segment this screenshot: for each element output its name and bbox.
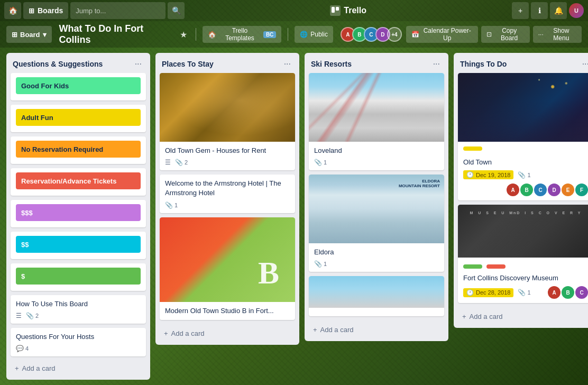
jump-input[interactable] bbox=[70, 2, 166, 19]
card-how-to-use[interactable]: How To Use This Board ☰ 📎 2 bbox=[11, 295, 146, 324]
card-good-for-kids[interactable]: Good For Kids bbox=[11, 73, 146, 100]
calendar-icon: 📅 bbox=[411, 31, 419, 38]
card-footer-questions-hosts: 💬 4 bbox=[16, 345, 141, 352]
clock-icon-museum: 🕐 bbox=[466, 289, 474, 296]
label-no-reservation: No Reservation Required bbox=[16, 141, 141, 158]
trello-logo: Trello bbox=[187, 5, 510, 16]
card-no-reservation[interactable]: No Reservation Required bbox=[11, 136, 146, 164]
show-menu-button[interactable]: ··· Show Menu bbox=[533, 26, 582, 43]
list-menu-button-places[interactable]: ··· bbox=[282, 58, 293, 70]
home-button[interactable]: 🏠 bbox=[4, 2, 21, 19]
add-card-button-places[interactable]: + Add a card bbox=[160, 326, 295, 341]
due-date-text: Dec 19, 2018 bbox=[476, 172, 510, 178]
card-member-2: B bbox=[520, 184, 533, 196]
label-dollar3: $$$ bbox=[16, 204, 141, 221]
due-date-old-town: 🕐 Dec 19, 2018 bbox=[463, 170, 513, 179]
badge-attachment-museum: 📎 1 bbox=[518, 289, 530, 296]
attachment-count-ot: 1 bbox=[527, 172, 530, 178]
show-menu-label: Show Menu bbox=[546, 27, 576, 42]
add-button[interactable]: + bbox=[512, 2, 529, 19]
checklist-icon: ☰ bbox=[16, 312, 22, 319]
menu-dots-icon: ··· bbox=[538, 31, 544, 38]
list-cards-places: Old Town Gem - Houses for Rent ☰ 📎 2 Wel… bbox=[155, 73, 299, 324]
attachment-count-museum: 1 bbox=[527, 289, 530, 296]
template-label: Trello Templates bbox=[219, 27, 261, 42]
attachment-icon-loveland: 📎 bbox=[314, 159, 322, 166]
badge-attachment-how-to-use: 📎 2 bbox=[26, 312, 39, 319]
copy-board-label: Copy Board bbox=[494, 27, 525, 42]
card-eldora[interactable]: Eldora 📎 1 bbox=[309, 175, 444, 272]
card-footer-loveland: 📎 1 bbox=[314, 159, 439, 166]
comment-icon: 💬 bbox=[16, 345, 24, 352]
search-button[interactable]: 🔍 bbox=[168, 2, 185, 19]
card-image-loveland bbox=[309, 73, 444, 142]
list-header-questions: Questions & Suggestions ··· bbox=[6, 53, 150, 73]
add-card-button-things[interactable]: + Add a card bbox=[458, 309, 588, 324]
list-cards-questions: Good For Kids Adult Fun No Reservation R… bbox=[6, 73, 150, 359]
list-menu-button-questions[interactable]: ··· bbox=[133, 58, 144, 70]
card-ski-3[interactable] bbox=[309, 276, 444, 316]
svg-rect-1 bbox=[332, 7, 335, 13]
label-red-strip-museum bbox=[486, 264, 506, 269]
label-green-strip-museum bbox=[463, 264, 482, 269]
copy-icon: ⊡ bbox=[486, 31, 492, 38]
calendar-power-up-button[interactable]: 📅 Calendar Power-Up bbox=[406, 26, 478, 43]
card-loveland[interactable]: Loveland 📎 1 bbox=[309, 73, 444, 170]
nav-right: + ℹ 🔔 U bbox=[512, 2, 584, 19]
card-image-ski-3 bbox=[309, 276, 444, 308]
add-card-button-ski[interactable]: + Add a card bbox=[309, 323, 444, 337]
visibility-button[interactable]: 🌐 Public bbox=[295, 26, 333, 43]
list-menu-button-things[interactable]: ··· bbox=[580, 58, 588, 70]
card-image-modern-old-town bbox=[160, 217, 295, 302]
card-title-loveland: Loveland bbox=[314, 146, 439, 155]
attachment-count: 2 bbox=[35, 313, 39, 319]
notification-button[interactable]: 🔔 bbox=[550, 2, 567, 19]
card-footer-old-town-gem: ☰ 📎 2 bbox=[165, 159, 290, 166]
card-member-m1: A bbox=[548, 286, 561, 299]
card-dollar3[interactable]: $$$ bbox=[11, 200, 146, 227]
list-footer-things: + Add a card bbox=[454, 307, 588, 328]
list-menu-button-ski[interactable]: ··· bbox=[431, 58, 442, 70]
copy-board-button[interactable]: ⊡ Copy Board bbox=[481, 26, 530, 43]
add-card-label-things: Add a card bbox=[470, 313, 503, 320]
card-dollar1[interactable]: $ bbox=[11, 263, 146, 291]
boards-button[interactable]: ⊞ Boards bbox=[23, 2, 68, 19]
badge-attachment-eldora: 📎 1 bbox=[314, 260, 327, 268]
template-button[interactable]: 🏠 Trello Templates BC bbox=[203, 26, 281, 43]
card-questions-hosts[interactable]: Questions For Your Hosts 💬 4 bbox=[11, 328, 146, 356]
user-avatar[interactable]: U bbox=[569, 3, 584, 18]
card-title-how-to-use: How To Use This Board bbox=[16, 299, 141, 309]
card-image-old-town-gem bbox=[160, 73, 295, 142]
badge-comment-hosts: 💬 4 bbox=[16, 345, 29, 352]
badge-checklist-gem: ☰ bbox=[165, 159, 171, 166]
card-modern-old-town[interactable]: Modern Old Town Studio B in Fort... bbox=[160, 217, 295, 320]
card-old-town-gem[interactable]: Old Town Gem - Houses for Rent ☰ 📎 2 bbox=[160, 73, 295, 170]
attachment-icon-armstrong: 📎 bbox=[165, 201, 173, 209]
card-dollar2[interactable]: $$ bbox=[11, 232, 146, 259]
card-reservation-tickets[interactable]: Reservation/Advance Tickets bbox=[11, 168, 146, 196]
badge-attachment-old-town: 📎 1 bbox=[518, 171, 530, 179]
star-button[interactable]: ★ bbox=[178, 28, 189, 42]
card-member-m2: B bbox=[562, 286, 574, 299]
label-dollar2: $$ bbox=[16, 236, 141, 253]
boards-grid-icon: ⊞ bbox=[29, 7, 34, 15]
info-button[interactable]: ℹ bbox=[531, 2, 548, 19]
card-armstrong[interactable]: Welcome to the Armstrong Hotel | The Arm… bbox=[160, 175, 295, 213]
clock-icon: 🕐 bbox=[466, 171, 474, 178]
list-title-questions: Questions & Suggestions bbox=[13, 60, 133, 68]
board-dropdown-button[interactable]: ⊞ Board ▾ bbox=[6, 26, 52, 43]
card-adult-fun[interactable]: Adult Fun bbox=[11, 105, 146, 132]
member-count-label: +4 bbox=[391, 32, 397, 38]
add-card-button-questions[interactable]: + Add a card bbox=[11, 361, 146, 375]
card-image-museum bbox=[458, 205, 588, 258]
card-footer-armstrong: 📎 1 bbox=[165, 201, 290, 209]
badge-attachment-armstrong: 📎 1 bbox=[165, 201, 178, 209]
card-old-town-photo[interactable]: Old Town 🕐 Dec 19, 2018 📎 1 A B bbox=[458, 73, 588, 200]
list-footer-ski: + Add a card bbox=[305, 320, 448, 341]
member-count[interactable]: +4 bbox=[387, 27, 402, 42]
label-dollar1: $ bbox=[16, 268, 141, 285]
attachment-icon-ot: 📎 bbox=[518, 171, 526, 179]
card-museum[interactable]: Fort Collins Discovery Museum 🕐 Dec 28, … bbox=[458, 205, 588, 303]
attachment-icon: 📎 bbox=[26, 312, 34, 319]
member-avatars: A B C D +4 bbox=[341, 27, 402, 42]
